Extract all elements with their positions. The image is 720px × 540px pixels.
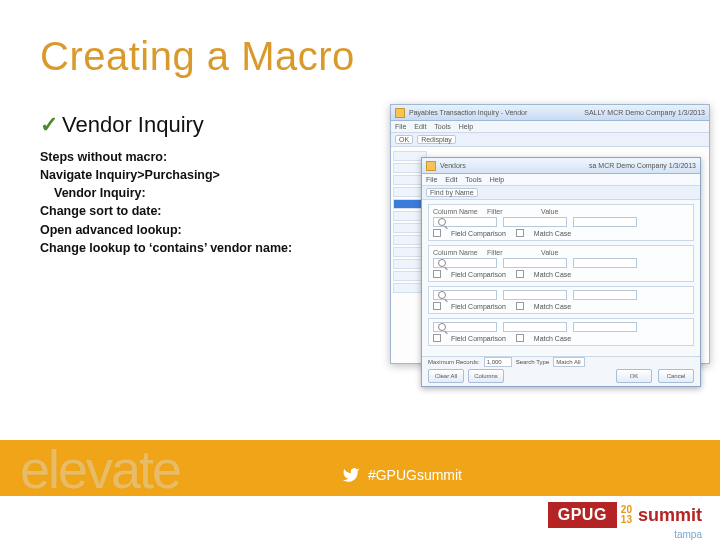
parent-menubar: File Edit Tools Help [391, 121, 709, 133]
checkbox-label: Match Case [534, 303, 571, 310]
hashtag-text: #GPUGsummit [368, 467, 462, 483]
search-definition-4: Field Comparison Match Case [428, 318, 694, 346]
step-line: Vendor Inquiry: [54, 184, 292, 202]
clear-all-button[interactable]: Clear All [428, 369, 464, 383]
field-comparison-checkbox[interactable] [433, 302, 441, 310]
steps-block: Steps without macro: Navigate Inquiry>Pu… [40, 148, 292, 257]
value-label: Value [541, 249, 589, 256]
menu-item[interactable]: Tools [434, 123, 450, 130]
window-icon [426, 161, 436, 171]
dialog-title: Vendors [440, 162, 466, 169]
menu-item[interactable]: Tools [465, 176, 481, 183]
max-records-label: Maximum Records: [428, 359, 480, 365]
match-case-checkbox[interactable] [516, 229, 524, 237]
match-case-checkbox[interactable] [516, 334, 524, 342]
checkbox-label: Match Case [534, 335, 571, 342]
checkbox-label: Match Case [534, 230, 571, 237]
menu-item[interactable]: Help [459, 123, 473, 130]
lookup-icon[interactable] [438, 291, 446, 299]
checkbox-label: Field Comparison [451, 335, 506, 342]
column-dropdown[interactable] [433, 258, 497, 268]
gpug-summit-logo: GPUG 20 13 summit [548, 502, 702, 528]
column-label: Column Name [433, 208, 481, 215]
hashtag: #GPUGsummit [340, 466, 462, 484]
menu-item[interactable]: File [426, 176, 437, 183]
dialog-toolbar: Find by Name [422, 186, 700, 200]
match-case-checkbox[interactable] [516, 270, 524, 278]
search-type-dropdown[interactable]: Match All [553, 357, 585, 367]
city-label: tampa [674, 529, 702, 540]
field-comparison-checkbox[interactable] [433, 334, 441, 342]
step-line: Steps without macro: [40, 148, 292, 166]
redisplay-button[interactable]: Redisplay [417, 135, 456, 144]
twitter-icon [340, 466, 362, 484]
filter-dropdown[interactable] [503, 217, 567, 227]
parent-window-company: SALLY MCR Demo Company 1/3/2013 [584, 109, 705, 116]
gpug-brand: GPUG [548, 502, 617, 528]
dialog-company: sa MCR Demo Company 1/3/2013 [589, 162, 696, 169]
parent-toolbar: OK Redisplay [391, 133, 709, 147]
value-input[interactable] [573, 290, 637, 300]
subheading-text: Vendor Inquiry [62, 112, 204, 137]
dialog-footer: Maximum Records: 1,000 Search Type Match… [422, 356, 700, 386]
value-input[interactable] [573, 258, 637, 268]
slide-title: Creating a Macro [40, 34, 355, 79]
dialog-titlebar: Vendors sa MCR Demo Company 1/3/2013 [422, 158, 700, 174]
checkbox-label: Match Case [534, 271, 571, 278]
lookup-icon[interactable] [438, 323, 446, 331]
year-bottom: 13 [621, 515, 632, 525]
search-definition-1: Column Name Filter Value Field Compariso… [428, 204, 694, 241]
step-line: Navigate Inquiry>Purchasing> [40, 166, 292, 184]
ok-button[interactable]: OK [616, 369, 652, 383]
search-dialog: Vendors sa MCR Demo Company 1/3/2013 Fil… [421, 157, 701, 387]
step-line: Open advanced lookup: [40, 221, 292, 239]
max-records-input[interactable]: 1,000 [484, 357, 512, 367]
checkbox-label: Field Comparison [451, 230, 506, 237]
match-case-checkbox[interactable] [516, 302, 524, 310]
checkbox-label: Field Comparison [451, 303, 506, 310]
ok-button[interactable]: OK [395, 135, 413, 144]
column-dropdown[interactable] [433, 217, 497, 227]
elevate-wordmark: elevate [20, 438, 180, 500]
cancel-button[interactable]: Cancel [658, 369, 694, 383]
value-label: Value [541, 208, 589, 215]
window-icon [395, 108, 405, 118]
filter-label: Filter [487, 208, 535, 215]
search-definition-3: Field Comparison Match Case [428, 286, 694, 314]
find-field[interactable]: Find by Name [426, 188, 478, 197]
menu-item[interactable]: Help [490, 176, 504, 183]
search-definition-2: Column Name Filter Value Field Compariso… [428, 245, 694, 282]
filter-dropdown[interactable] [503, 258, 567, 268]
column-label: Column Name [433, 249, 481, 256]
search-type-label: Search Type [516, 359, 550, 365]
summit-word: summit [638, 505, 702, 526]
parent-window-title: Payables Transaction Inquiry - Vendor [409, 109, 527, 116]
columns-button[interactable]: Columns [468, 369, 504, 383]
field-comparison-checkbox[interactable] [433, 270, 441, 278]
lookup-icon[interactable] [438, 259, 446, 267]
value-input[interactable] [573, 217, 637, 227]
menu-item[interactable]: Edit [414, 123, 426, 130]
check-icon: ✓ [40, 112, 58, 137]
lookup-icon[interactable] [438, 218, 446, 226]
column-dropdown[interactable] [433, 322, 497, 332]
step-line: Change lookup to ‘contains’ vendor name: [40, 239, 292, 257]
parent-window-titlebar: Payables Transaction Inquiry - Vendor SA… [391, 105, 709, 121]
embedded-screenshot: Payables Transaction Inquiry - Vendor SA… [390, 104, 710, 364]
filter-dropdown[interactable] [503, 290, 567, 300]
slide-subheading: ✓Vendor Inquiry [40, 112, 204, 138]
checkbox-label: Field Comparison [451, 271, 506, 278]
filter-label: Filter [487, 249, 535, 256]
menu-item[interactable]: Edit [445, 176, 457, 183]
filter-dropdown[interactable] [503, 322, 567, 332]
dialog-menubar: File Edit Tools Help [422, 174, 700, 186]
step-line: Change sort to date: [40, 202, 292, 220]
field-comparison-checkbox[interactable] [433, 229, 441, 237]
menu-item[interactable]: File [395, 123, 406, 130]
column-dropdown[interactable] [433, 290, 497, 300]
value-input[interactable] [573, 322, 637, 332]
